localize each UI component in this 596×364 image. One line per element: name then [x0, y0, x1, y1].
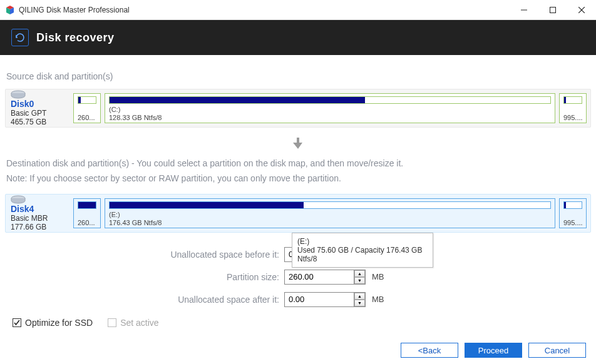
arrow-down-icon	[5, 136, 591, 153]
source-disk-name: Disk0	[11, 99, 69, 109]
tooltip-line2: Used 75.60 GB / Capacity 176.43 GB	[297, 246, 428, 255]
source-disk-row: Disk0 Basic GPT 465.75 GB 260... (C:) 12…	[5, 89, 591, 128]
spinner: ▲ ▼	[354, 270, 365, 284]
svg-rect-4	[550, 8, 556, 13]
source-partition-2[interactable]: 995....	[559, 93, 587, 123]
disk-icon	[11, 195, 69, 204]
spin-down-button[interactable]: ▼	[354, 300, 365, 306]
options-row: Optimize for SSD Set active	[5, 318, 591, 328]
partition-label: 128.33 GB Ntfs/8	[109, 114, 551, 121]
optimize-ssd-label: Optimize for SSD	[25, 318, 93, 328]
maximize-button[interactable]	[538, 0, 567, 20]
destination-partition-1[interactable]: (E:) 176.43 GB Ntfs/8	[105, 198, 555, 228]
minimize-button[interactable]	[510, 0, 538, 20]
partition-bar	[109, 96, 551, 104]
unalloc-before-label: Unallocated space before it:	[5, 250, 284, 260]
partition-size-input-wrap: ▲ ▼	[284, 270, 366, 285]
partition-tooltip: (E:) Used 75.60 GB / Capacity 176.43 GB …	[292, 233, 433, 268]
source-disk-size: 465.75 GB	[11, 118, 69, 126]
checkbox-icon	[13, 318, 21, 327]
body-area: Source disk and partition(s) Disk0 Basic…	[0, 55, 596, 335]
page-title: Disk recovery	[36, 31, 115, 44]
destination-partition-0[interactable]: 260...	[73, 198, 101, 228]
partition-label: 260...	[78, 114, 96, 121]
window-controls	[510, 0, 596, 19]
partition-bar	[109, 201, 551, 209]
source-disk-info: Disk0 Basic GPT 465.75 GB	[9, 93, 69, 123]
unit-label: MB	[372, 272, 384, 281]
proceed-button[interactable]: Proceed	[465, 343, 522, 358]
spin-down-button[interactable]: ▼	[354, 277, 365, 284]
partition-bar	[78, 96, 96, 104]
unit-label: MB	[372, 295, 384, 304]
partition-bar	[563, 201, 582, 209]
partition-drive: (E:)	[109, 211, 551, 218]
disk-icon	[11, 90, 67, 99]
partition-drive: (C:)	[109, 106, 551, 113]
destination-disk-row: Disk4 Basic MBR 177.66 GB 260... (E:) 17…	[5, 194, 591, 233]
destination-partition-2[interactable]: 995....	[559, 198, 587, 228]
resize-form: (E:) Used 75.60 GB / Capacity 176.43 GB …	[5, 244, 591, 328]
titlebar: QILING Disk Master Professional	[0, 0, 596, 20]
destination-section-label: Destination disk and partition(s) - You …	[6, 156, 591, 186]
destination-disk-size: 177.66 GB	[11, 223, 69, 231]
partition-label: 260...	[78, 219, 96, 226]
tooltip-line1: (E:)	[297, 237, 428, 246]
checkbox-icon	[108, 318, 116, 327]
set-active-checkbox: Set active	[108, 318, 158, 328]
close-button[interactable]	[567, 0, 596, 20]
partition-bar	[78, 201, 96, 209]
unalloc-after-label: Unallocated space after it:	[5, 295, 284, 305]
partition-label: 176.43 GB Ntfs/8	[109, 219, 551, 226]
spin-up-button[interactable]: ▲	[354, 270, 365, 277]
dest-label-note: Note: If you choose sector by sector or …	[6, 173, 341, 183]
source-disk-type: Basic GPT	[11, 109, 69, 118]
optimize-ssd-checkbox[interactable]: Optimize for SSD	[13, 318, 93, 328]
back-button[interactable]: <Back	[401, 343, 458, 358]
partition-size-label: Partition size:	[5, 272, 284, 282]
source-partition-1[interactable]: (C:) 128.33 GB Ntfs/8	[105, 93, 555, 123]
destination-disk-info: Disk4 Basic MBR 177.66 GB	[9, 198, 69, 228]
partition-bar	[563, 96, 582, 104]
unalloc-after-input-wrap: ▲ ▼	[284, 292, 366, 307]
spinner: ▲ ▼	[354, 293, 365, 306]
spin-up-button[interactable]: ▲	[354, 293, 365, 300]
source-partition-0[interactable]: 260...	[73, 93, 101, 123]
cancel-button[interactable]: Cancel	[528, 343, 586, 358]
partition-label: 995....	[563, 114, 582, 121]
set-active-label: Set active	[120, 318, 158, 328]
partition-label: 995....	[563, 219, 582, 226]
app-icon	[5, 5, 15, 15]
destination-disk-name: Disk4	[11, 204, 69, 214]
unalloc-after-input[interactable]	[289, 293, 351, 306]
partition-size-input[interactable]	[289, 270, 351, 284]
dest-label-line1: Destination disk and partition(s) - You …	[6, 158, 403, 168]
tooltip-line3: Ntfs/8	[297, 255, 428, 263]
recovery-icon	[11, 29, 29, 46]
page-header: Disk recovery	[0, 20, 596, 55]
footer-buttons: <Back Proceed Cancel	[401, 343, 586, 358]
app-title: QILING Disk Master Professional	[19, 6, 510, 14]
destination-disk-type: Basic MBR	[11, 214, 69, 223]
source-section-label: Source disk and partition(s)	[6, 71, 591, 81]
